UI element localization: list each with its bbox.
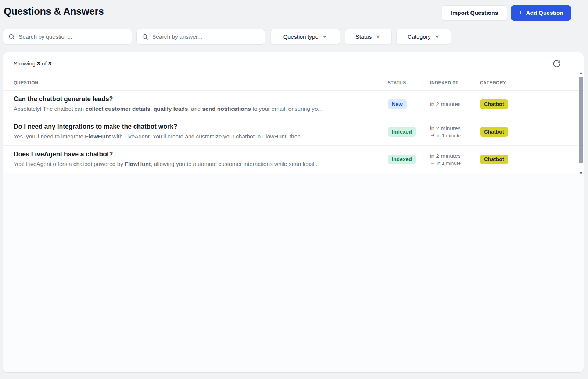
questions-answers-page: Questions & Answers Import Questions + A… xyxy=(0,0,588,379)
question-type-dropdown[interactable]: Question type xyxy=(270,29,340,45)
table-row[interactable]: Do I need any integrations to make the c… xyxy=(3,118,584,146)
status-badge: New xyxy=(388,99,407,109)
category-badge: Chatbot xyxy=(480,155,508,164)
question-type-dropdown-label: Question type xyxy=(283,33,319,40)
questions-table: QUESTION STATUS INDEXED AT CATEGORY Can … xyxy=(3,75,584,173)
category-cell: Chatbot xyxy=(480,99,573,109)
indexed-at-secondary: in 1 minute xyxy=(430,133,480,138)
category-dropdown[interactable]: Category xyxy=(396,29,451,45)
chevron-down-icon xyxy=(375,34,381,39)
table-toolbar: Showing 3 of 3 xyxy=(3,52,584,75)
table-row[interactable]: Can the chatbot generate leads? Absolute… xyxy=(3,91,584,118)
category-cell: Chatbot xyxy=(480,127,573,137)
status-cell: Indexed xyxy=(388,127,430,137)
question-title: Do I need any integrations to make the c… xyxy=(14,123,388,131)
showing-visible-count: 3 xyxy=(37,60,40,67)
table-body: Can the chatbot generate leads? Absolute… xyxy=(3,91,584,173)
question-cell: Does LiveAgent have a chatbot? Yes! Live… xyxy=(14,150,388,168)
category-cell: Chatbot xyxy=(480,155,573,164)
search-by-answer-box xyxy=(136,29,265,45)
indexed-at-primary: in 2 minutes xyxy=(430,153,480,159)
status-dropdown-label: Status xyxy=(356,33,372,40)
table-scrollbar[interactable] xyxy=(579,72,583,175)
add-question-label: Add Question xyxy=(526,10,563,16)
chevron-down-icon xyxy=(434,34,440,39)
indexed-at-cell: in 2 minutes in 1 minute xyxy=(430,125,480,138)
search-by-question-box xyxy=(3,29,132,45)
indexed-secondary-text: in 1 minute xyxy=(437,160,461,166)
category-dropdown-label: Category xyxy=(408,33,431,40)
category-badge: Chatbot xyxy=(480,99,508,109)
indexed-at-primary: in 2 minutes xyxy=(430,101,480,107)
refresh-icon xyxy=(552,59,561,68)
showing-total-count: 3 xyxy=(48,60,51,67)
table-header-row: QUESTION STATUS INDEXED AT CATEGORY xyxy=(3,75,584,91)
column-header-question: QUESTION xyxy=(14,80,388,85)
search-icon xyxy=(142,33,148,40)
search-question-input[interactable] xyxy=(19,33,126,40)
indexed-at-cell: in 2 minutes in 1 minute xyxy=(430,153,480,166)
showing-count: Showing 3 of 3 xyxy=(14,60,51,67)
refresh-button[interactable] xyxy=(552,59,562,68)
indexed-at-cell: in 2 minutes xyxy=(430,101,480,107)
page-title: Questions & Answers xyxy=(4,6,104,17)
header-actions: Import Questions + Add Question xyxy=(442,5,571,21)
question-answer: Yes! LiveAgent offers a chatbot powered … xyxy=(14,160,377,168)
search-answer-input[interactable] xyxy=(152,33,260,40)
column-header-indexed-at: INDEXED AT xyxy=(430,80,480,85)
question-cell: Can the chatbot generate leads? Absolute… xyxy=(14,95,388,113)
card-empty-area xyxy=(3,173,584,372)
questions-table-card: Showing 3 of 3 QUESTION STATUS INDEXED A… xyxy=(3,52,584,372)
status-badge: Indexed xyxy=(388,155,416,164)
table-row[interactable]: Does LiveAgent have a chatbot? Yes! Live… xyxy=(3,146,584,173)
column-header-status: STATUS xyxy=(388,80,430,85)
flag-icon xyxy=(430,161,435,166)
chevron-down-icon xyxy=(322,34,327,39)
status-cell: New xyxy=(388,99,430,109)
showing-of: of xyxy=(42,60,47,67)
question-answer: Yes, you’ll need to integrate FlowHunt w… xyxy=(14,133,377,141)
indexed-at-secondary: in 1 minute xyxy=(430,160,480,166)
import-questions-label: Import Questions xyxy=(451,10,498,16)
import-questions-button[interactable]: Import Questions xyxy=(442,5,507,21)
question-cell: Do I need any integrations to make the c… xyxy=(14,123,388,141)
question-title: Can the chatbot generate leads? xyxy=(14,95,388,103)
scrollbar-thumb[interactable] xyxy=(579,77,583,163)
question-answer: Absolutely! The chatbot can collect cust… xyxy=(14,105,377,113)
indexed-at-primary: in 2 minutes xyxy=(430,125,480,132)
status-cell: Indexed xyxy=(388,155,430,164)
plus-icon: + xyxy=(519,9,523,16)
status-dropdown[interactable]: Status xyxy=(345,29,392,45)
question-title: Does LiveAgent have a chatbot? xyxy=(14,150,388,159)
category-badge: Chatbot xyxy=(480,127,508,137)
showing-prefix: Showing xyxy=(14,60,35,67)
column-header-category: CATEGORY xyxy=(480,80,573,85)
scrollbar-up-icon[interactable] xyxy=(580,72,582,74)
filters-bar: Question type Status Category xyxy=(3,29,588,45)
flag-icon xyxy=(430,133,435,138)
search-icon xyxy=(8,33,15,40)
scrollbar-down-icon[interactable] xyxy=(580,172,582,174)
indexed-secondary-text: in 1 minute xyxy=(437,133,461,138)
status-badge: Indexed xyxy=(388,127,416,137)
add-question-button[interactable]: + Add Question xyxy=(511,5,571,21)
